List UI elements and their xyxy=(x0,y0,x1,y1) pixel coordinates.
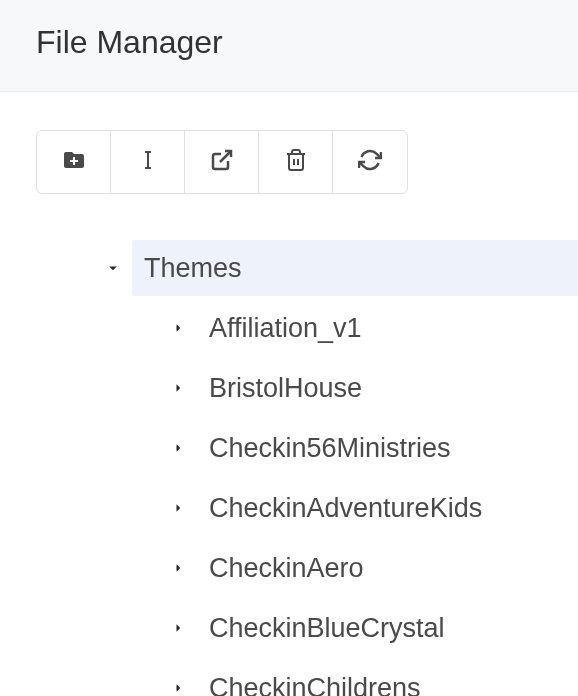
delete-button[interactable] xyxy=(259,131,333,193)
tree-label-wrap: CheckinAdventureKids xyxy=(197,480,578,536)
trash-icon xyxy=(284,148,308,176)
tree-label: Checkin56Ministries xyxy=(209,433,451,464)
tree-label-wrap: Affiliation_v1 xyxy=(197,300,578,356)
chevron-right-icon[interactable] xyxy=(165,675,191,696)
chevron-right-icon[interactable] xyxy=(165,375,191,401)
tree-item[interactable]: Checkin56Ministries xyxy=(0,418,578,478)
chevron-right-icon[interactable] xyxy=(165,315,191,341)
tree-item[interactable]: CheckinAdventureKids xyxy=(0,478,578,538)
tree-root-themes[interactable]: Themes xyxy=(0,238,578,298)
tree-label-wrap: CheckinChildrens xyxy=(197,660,578,696)
tree-item[interactable]: Affiliation_v1 xyxy=(0,298,578,358)
tree-label: CheckinAero xyxy=(209,553,364,584)
tree-item[interactable]: CheckinBlueCrystal xyxy=(0,598,578,658)
svg-line-0 xyxy=(220,151,231,162)
page-title: File Manager xyxy=(36,24,542,61)
refresh-button[interactable] xyxy=(333,131,407,193)
tree-item[interactable]: CheckinAero xyxy=(0,538,578,598)
tree-label: Themes xyxy=(144,253,242,284)
text-cursor-icon xyxy=(136,148,160,176)
file-tree: Themes Affiliation_v1 BristolHouse Check… xyxy=(0,238,578,696)
tree-label: CheckinBlueCrystal xyxy=(209,613,445,644)
tree-label: CheckinChildrens xyxy=(209,673,421,697)
tree-label: Affiliation_v1 xyxy=(209,313,362,344)
tree-label-wrap: Checkin56Ministries xyxy=(197,420,578,476)
tree-label: BristolHouse xyxy=(209,373,362,404)
external-link-icon xyxy=(210,148,234,176)
refresh-icon xyxy=(358,148,382,176)
header: File Manager xyxy=(0,0,578,92)
chevron-right-icon[interactable] xyxy=(165,495,191,521)
chevron-down-icon[interactable] xyxy=(100,255,126,281)
tree-label-wrap: Themes xyxy=(132,240,578,296)
tree-label-wrap: CheckinBlueCrystal xyxy=(197,600,578,656)
chevron-right-icon[interactable] xyxy=(165,615,191,641)
tree-item[interactable]: BristolHouse xyxy=(0,358,578,418)
tree-label: CheckinAdventureKids xyxy=(209,493,482,524)
tree-label-wrap: CheckinAero xyxy=(197,540,578,596)
rename-button[interactable] xyxy=(111,131,185,193)
toolbar xyxy=(36,130,408,194)
new-folder-button[interactable] xyxy=(37,131,111,193)
chevron-right-icon[interactable] xyxy=(165,555,191,581)
tree-label-wrap: BristolHouse xyxy=(197,360,578,416)
open-external-button[interactable] xyxy=(185,131,259,193)
tree-item[interactable]: CheckinChildrens xyxy=(0,658,578,696)
folder-plus-icon xyxy=(62,148,86,176)
chevron-right-icon[interactable] xyxy=(165,435,191,461)
